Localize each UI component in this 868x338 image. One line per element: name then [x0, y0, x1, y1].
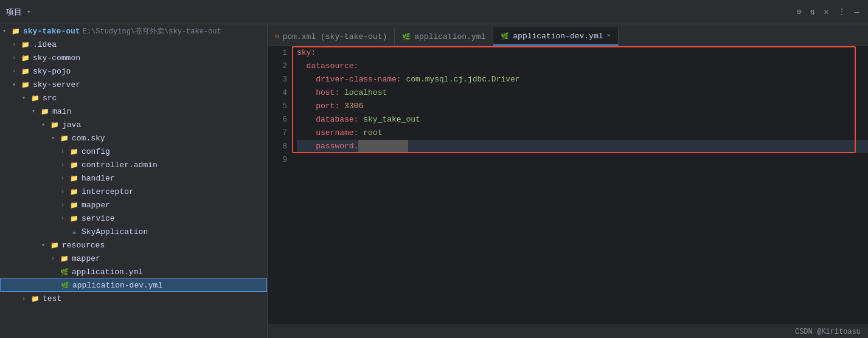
toolbar-chevron[interactable]: ▾ — [27, 8, 31, 16]
line-number: 6 — [268, 113, 287, 126]
tab-close-btn[interactable]: × — [607, 32, 611, 40]
yaml-key: datasource: — [297, 60, 358, 73]
code-line: driver-class-name: com.mysql.cj.jdbc.Dri… — [297, 73, 868, 86]
folder-icon: 📁 — [50, 120, 60, 129]
tree-arrow — [41, 121, 50, 128]
tree-item-resources[interactable]: 📁resources — [0, 238, 267, 252]
tree-item-sky-server[interactable]: 📁sky-server — [0, 78, 267, 91]
tree-arrow — [61, 162, 69, 168]
yaml-key: username: — [297, 126, 358, 140]
line-numbers: 123456789 — [268, 46, 292, 325]
code-line: host: localhost — [297, 86, 868, 100]
folder-blue-icon: 📁 — [11, 26, 21, 36]
tree-arrow — [12, 81, 21, 88]
file-tree: 📁sky-take-outE:\Studying\苍穹外卖\sky-take-o… — [0, 24, 267, 305]
tab-label: application.yml — [414, 32, 485, 41]
folder-blue-icon: 📁 — [21, 66, 30, 76]
tree-item-interceptor[interactable]: 📁interceptor — [0, 185, 267, 198]
yaml-value: localhost — [339, 86, 387, 100]
folder-icon: 📁 — [50, 240, 60, 250]
tree-label: mapper — [82, 201, 110, 210]
project-label: 项目 — [6, 7, 22, 18]
tree-item-service[interactable]: 📁service — [0, 212, 267, 225]
editor-wrapper: mpom.xml (sky-take-out)🌿application.yml🌿… — [268, 24, 868, 338]
line-number: 7 — [268, 126, 287, 140]
new-icon[interactable]: ⊕ — [794, 5, 804, 18]
tree-arrow — [61, 175, 69, 182]
yaml-key: port: — [297, 100, 339, 113]
tree-item-sky-take-out-root[interactable]: 📁sky-take-outE:\Studying\苍穹外卖\sky-take-o… — [0, 24, 267, 38]
tree-label: main — [52, 107, 71, 116]
tree-item-test[interactable]: 📁test — [0, 292, 267, 305]
code-line: sky: — [297, 46, 868, 60]
code-line: port: 3306 — [297, 100, 868, 113]
tree-item-main[interactable]: 📁main — [0, 105, 267, 118]
tree-label: config — [82, 147, 110, 156]
tab-application[interactable]: 🌿application.yml — [395, 27, 493, 46]
folder-blue-icon: 📁 — [21, 80, 30, 89]
tree-label: resources — [62, 241, 105, 250]
yaml-value: root — [358, 126, 382, 140]
tree-label: controller.admin — [82, 160, 158, 170]
tab-pom[interactable]: mpom.xml (sky-take-out) — [268, 27, 395, 46]
yaml-number-value: 3306 — [339, 100, 363, 113]
tree-item-sky-pojo[interactable]: 📁sky-pojo — [0, 64, 267, 78]
code-line: database: sky_take_out — [297, 113, 868, 126]
tree-item-com-sky[interactable]: 📁com.sky — [0, 131, 267, 145]
tree-arrow — [2, 27, 11, 35]
tree-label: mapper — [72, 254, 100, 263]
folder-blue-icon: 📁 — [21, 40, 30, 49]
line-number: 5 — [268, 100, 287, 113]
tab-application-dev[interactable]: 🌿application-dev.yml× — [493, 27, 619, 46]
tree-path: E:\Studying\苍穹外卖\sky-take-out — [83, 26, 221, 36]
close-icon[interactable]: ✕ — [821, 5, 831, 18]
sync-icon[interactable]: ⇅ — [808, 5, 818, 18]
folder-blue-icon: 📁 — [21, 53, 30, 63]
folder-icon: 📁 — [40, 106, 50, 116]
tree-arrow — [61, 202, 69, 209]
tree-arrow — [41, 241, 50, 249]
tree-label: interceptor — [82, 187, 134, 196]
tree-item-src[interactable]: 📁src — [0, 91, 267, 105]
code-line: datasource: — [297, 60, 868, 73]
tab-bar: mpom.xml (sky-take-out)🌿application.yml🌿… — [268, 24, 868, 46]
tree-item-config[interactable]: 📁config — [0, 145, 267, 158]
folder-icon: 📁 — [69, 213, 79, 223]
tree-item-sky-common[interactable]: 📁sky-common — [0, 51, 267, 64]
more-icon[interactable]: ⋮ — [835, 5, 849, 18]
tree-item-mapper-res[interactable]: 📁mapper — [0, 252, 267, 265]
folder-icon: 📁 — [30, 93, 40, 103]
yaml-key: sky: — [297, 46, 316, 60]
yaml-key: host: — [297, 86, 339, 100]
tree-item-java[interactable]: 📁java — [0, 118, 267, 131]
tree-arrow — [22, 295, 30, 302]
tree-item-application-yml[interactable]: 🌿application.yml — [0, 265, 267, 278]
tree-label: com.sky — [72, 134, 105, 143]
code-area[interactable]: sky: datasource: driver-class-name: com.… — [292, 46, 868, 325]
line-number: 2 — [268, 60, 287, 73]
tree-label: sky-common — [33, 53, 80, 63]
tree-item-mapper[interactable]: 📁mapper — [0, 198, 267, 212]
tree-item-SkyApplication[interactable]: ☕SkyApplication — [0, 225, 267, 238]
attribution: CSDN @Kiritoasu — [795, 328, 861, 336]
tree-item-handler[interactable]: 📁handler — [0, 171, 267, 185]
yaml-icon: 🌿 — [402, 33, 411, 41]
minimize-icon[interactable]: — — [852, 6, 862, 18]
tree-arrow — [61, 188, 69, 195]
folder-icon: 📁 — [60, 254, 69, 263]
line-number: 1 — [268, 46, 287, 60]
yaml-value: com.mysql.cj.jdbc.Driver — [401, 73, 520, 86]
line-number: 4 — [268, 86, 287, 100]
tree-item-controller-admin[interactable]: 📁controller.admin — [0, 158, 267, 171]
tree-item-application-dev-yml[interactable]: 🌿application-dev.yml — [0, 278, 267, 292]
yaml-value: sky_take_out — [358, 113, 420, 126]
tree-item-idea[interactable]: 📁.idea — [0, 38, 267, 51]
tree-arrow — [61, 148, 69, 155]
tree-label: sky-server — [33, 80, 80, 89]
line-number: 3 — [268, 73, 287, 86]
toolbar-icons: ⊕ ⇅ ✕ ⋮ — — [794, 5, 862, 18]
tree-label: src — [43, 94, 57, 103]
folder-icon: 📁 — [30, 294, 40, 303]
folder-icon: 📁 — [69, 147, 79, 156]
tree-arrow — [12, 55, 21, 61]
